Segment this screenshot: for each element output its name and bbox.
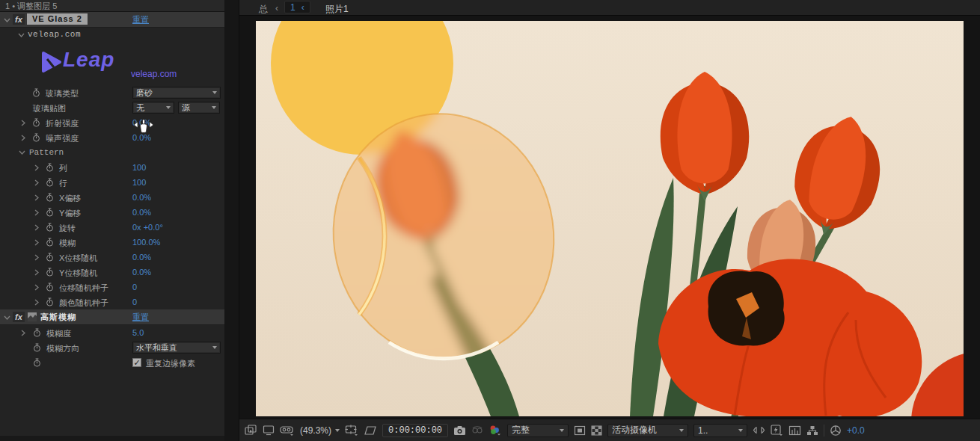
camera-view-select[interactable]: 活动摄像机 bbox=[607, 424, 688, 437]
property-label: Y偏移 bbox=[59, 208, 81, 219]
vr-view-icon[interactable] bbox=[280, 425, 295, 436]
stopwatch-icon[interactable] bbox=[32, 133, 40, 143]
rows-value[interactable]: 100 bbox=[132, 178, 146, 187]
stopwatch-icon[interactable] bbox=[46, 297, 54, 307]
grid-guides-options-icon[interactable] bbox=[345, 425, 359, 436]
refraction-value[interactable]: 0.0% bbox=[132, 118, 151, 127]
chevron-down-icon[interactable] bbox=[19, 149, 25, 155]
reset-link-gaussian-blur[interactable]: 重置 bbox=[132, 312, 149, 323]
glass-map-dropdown[interactable]: 无 bbox=[132, 102, 174, 114]
x-random-value[interactable]: 0.0% bbox=[132, 253, 151, 262]
group-row-pattern[interactable]: Pattern bbox=[0, 145, 224, 160]
chevron-right-icon[interactable] bbox=[20, 120, 26, 126]
show-snapshot-icon[interactable] bbox=[471, 425, 483, 435]
property-label: 玻璃类型 bbox=[46, 88, 79, 99]
chevron-right-icon[interactable] bbox=[20, 135, 26, 141]
effect-name-gaussian-blur[interactable]: 高斯模糊 bbox=[40, 312, 76, 323]
chevron-down-icon[interactable] bbox=[18, 32, 25, 38]
y-offset-value[interactable]: 0.0% bbox=[132, 208, 151, 217]
nav-comp-root[interactable]: 总 bbox=[259, 3, 268, 16]
chevron-right-icon[interactable] bbox=[34, 209, 40, 216]
timeline-button-icon[interactable] bbox=[788, 425, 801, 436]
stopwatch-icon[interactable] bbox=[46, 283, 54, 292]
chevron-down-icon[interactable] bbox=[4, 17, 10, 23]
primary-viewer-icon[interactable] bbox=[263, 425, 275, 436]
leap-site-link[interactable]: veleap.com bbox=[131, 69, 177, 79]
reset-exposure-icon[interactable] bbox=[830, 425, 842, 437]
transparency-grid-icon[interactable] bbox=[591, 425, 602, 436]
property-label: 玻璃贴图 bbox=[33, 103, 66, 114]
chevron-right-icon[interactable] bbox=[20, 330, 26, 336]
exposure-value[interactable]: +0.0 bbox=[847, 425, 865, 436]
stopwatch-icon[interactable] bbox=[32, 118, 40, 128]
stopwatch-icon[interactable] bbox=[46, 178, 54, 188]
property-label: 模糊 bbox=[59, 238, 76, 249]
stopwatch-icon[interactable] bbox=[46, 223, 54, 232]
glass-map-source-value: 源 bbox=[182, 102, 190, 114]
glass-type-dropdown[interactable]: 磨砂 bbox=[132, 87, 221, 99]
effect-header-ve-glass[interactable]: fx VE Glass 2 重置 bbox=[0, 12, 224, 28]
property-row-glass-type: 玻璃类型 磨砂 bbox=[0, 85, 224, 100]
reset-link-ve-glass[interactable]: 重置 bbox=[132, 14, 149, 25]
chevron-right-icon[interactable] bbox=[34, 164, 40, 171]
blur-direction-dropdown[interactable]: 水平和垂直 bbox=[132, 342, 221, 354]
blur-value[interactable]: 100.0% bbox=[132, 238, 160, 247]
glass-type-value: 磨砂 bbox=[136, 87, 153, 99]
x-offset-value[interactable]: 0.0% bbox=[132, 193, 151, 202]
panel-divider[interactable] bbox=[224, 0, 239, 441]
group-row-veleap[interactable]: veleap.com bbox=[0, 28, 224, 42]
composition-viewport[interactable] bbox=[256, 21, 964, 416]
y-random-value[interactable]: 0.0% bbox=[132, 268, 151, 277]
property-row-rows: 行 100 bbox=[0, 175, 224, 190]
tulip-composition-image bbox=[256, 21, 964, 416]
blurriness-value[interactable]: 5.0 bbox=[132, 328, 144, 337]
nav-comp-page[interactable]: 1 ‹ bbox=[284, 1, 310, 13]
fast-previews-icon[interactable] bbox=[771, 425, 783, 436]
stopwatch-icon[interactable] bbox=[33, 358, 41, 368]
effect-header-gaussian-blur[interactable]: fx 高斯模糊 重置 bbox=[0, 309, 224, 325]
stopwatch-icon[interactable] bbox=[46, 238, 54, 247]
view-layout-select[interactable]: 1.. bbox=[693, 424, 747, 437]
channels-icon[interactable] bbox=[489, 425, 502, 436]
color-seed-value[interactable]: 0 bbox=[132, 297, 137, 306]
magnification-select[interactable]: (49.3%) bbox=[300, 425, 340, 436]
property-label: 位移随机种子 bbox=[59, 283, 108, 294]
columns-value[interactable]: 100 bbox=[132, 163, 146, 172]
region-of-interest-icon[interactable] bbox=[574, 425, 586, 436]
glass-map-source-dropdown[interactable]: 源 bbox=[178, 102, 220, 114]
always-preview-icon[interactable] bbox=[245, 425, 257, 436]
effect-controls-layer-title: 1 • 调整图层 5 bbox=[0, 0, 224, 12]
snapshot-camera-icon[interactable] bbox=[453, 425, 466, 436]
noise-value[interactable]: 0.0% bbox=[132, 133, 151, 142]
offset-seed-value[interactable]: 0 bbox=[132, 283, 137, 292]
stopwatch-icon[interactable] bbox=[46, 193, 54, 203]
flowchart-button-icon[interactable] bbox=[806, 425, 818, 436]
repeat-edges-checkbox[interactable]: ✓ bbox=[132, 358, 141, 367]
stopwatch-icon[interactable] bbox=[46, 253, 54, 262]
effect-controls-panel: 1 • 调整图层 5 fx VE Glass 2 重置 veleap.com L… bbox=[0, 0, 224, 436]
chevron-right-icon[interactable] bbox=[34, 239, 40, 246]
chevron-down-icon[interactable] bbox=[4, 315, 10, 321]
chevron-right-icon[interactable] bbox=[34, 284, 40, 291]
stopwatch-icon[interactable] bbox=[33, 343, 41, 353]
chevron-right-icon[interactable] bbox=[34, 269, 40, 276]
stopwatch-icon[interactable] bbox=[33, 328, 41, 338]
pixel-aspect-icon[interactable] bbox=[753, 425, 765, 435]
stopwatch-icon[interactable] bbox=[32, 88, 40, 98]
property-row-noise: 噪声强度 0.0% bbox=[0, 130, 224, 145]
stopwatch-icon[interactable] bbox=[46, 268, 54, 277]
chevron-right-icon[interactable] bbox=[34, 299, 40, 306]
chevron-right-icon[interactable] bbox=[34, 254, 40, 261]
chevron-right-icon[interactable] bbox=[34, 179, 40, 186]
stopwatch-icon[interactable] bbox=[46, 208, 54, 218]
resolution-select[interactable]: 完整 bbox=[507, 424, 569, 437]
chevron-right-icon[interactable] bbox=[34, 224, 40, 231]
stopwatch-icon[interactable] bbox=[46, 163, 54, 173]
effect-name-ve-glass[interactable]: VE Glass 2 bbox=[27, 13, 88, 25]
timecode-display[interactable]: 0:00:00:00 bbox=[382, 424, 448, 437]
mask-visibility-icon[interactable] bbox=[364, 425, 377, 436]
rotation-value[interactable]: 0x +0.0° bbox=[132, 223, 163, 232]
chevron-right-icon[interactable] bbox=[34, 194, 40, 201]
property-row-x-offset: X偏移 0.0% bbox=[0, 190, 224, 205]
nav-comp-current-tab[interactable]: 照片1 bbox=[325, 3, 349, 16]
